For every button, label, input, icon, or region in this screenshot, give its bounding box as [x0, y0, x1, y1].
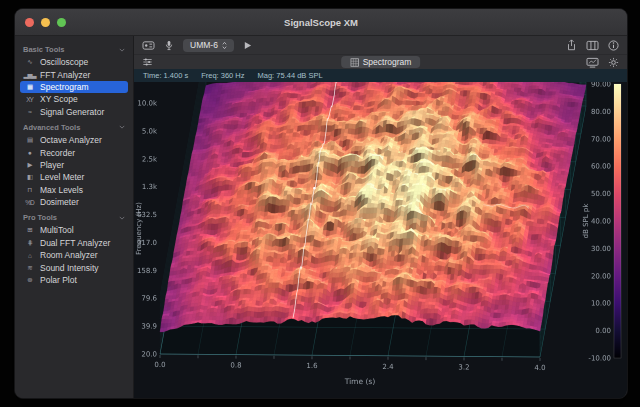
chevron-down-icon — [119, 125, 125, 129]
titlebar[interactable]: SignalScope XM — [15, 9, 627, 36]
sidebar-item-label: Oscilloscope — [40, 57, 88, 67]
sidebar: Basic Tools∿Oscilloscope▂▅▃FFT Analyzer▦… — [15, 36, 134, 398]
signal-generator-icon: ≈ — [23, 108, 36, 115]
dual-fft-icon: ⋕ — [23, 239, 36, 247]
sidebar-item-recorder[interactable]: ●Recorder — [20, 146, 128, 158]
sidebar-item-label: Sound Intensity — [40, 263, 99, 273]
polar-plot-icon: ⊛ — [23, 276, 36, 284]
close-button[interactable] — [25, 18, 34, 27]
cursor-readout-bar: Time: 1.400 s Freq: 360 Hz Mag: 75.44 dB… — [134, 69, 627, 82]
minimize-button[interactable] — [41, 18, 50, 27]
layout-button[interactable] — [586, 40, 599, 51]
spectrogram-icon: ▦ — [23, 83, 36, 91]
oscilloscope-icon: ∿ — [23, 58, 36, 66]
app-window: SignalScope XM Basic Tools∿Oscilloscope▂… — [14, 8, 628, 399]
sidebar-item-fft-analyzer[interactable]: ▂▅▃FFT Analyzer — [20, 68, 128, 80]
desktop: SignalScope XM Basic Tools∿Oscilloscope▂… — [0, 0, 640, 407]
spectrogram-tab-icon — [350, 58, 359, 67]
display-options-button[interactable] — [586, 57, 599, 68]
sidebar-item-max-levels[interactable]: ⊓Max Levels — [20, 184, 128, 196]
sidebar-item-label: Room Analyzer — [40, 250, 98, 260]
sidebar-item-label: Octave Analyzer — [40, 135, 102, 145]
sidebar-item-player[interactable]: ▶Player — [20, 159, 128, 171]
tab-label: Spectrogram — [363, 57, 412, 67]
sidebar-section-header-advanced-tools[interactable]: Advanced Tools — [20, 118, 128, 134]
sidebar-item-oscilloscope[interactable]: ∿Oscilloscope — [20, 56, 128, 68]
tab-spectrogram[interactable]: Spectrogram — [341, 56, 421, 68]
settings-button[interactable] — [608, 57, 619, 68]
sliders-button[interactable] — [142, 57, 153, 67]
sidebar-item-room-analyzer[interactable]: ⌂Room Analyzer — [20, 249, 128, 261]
sidebar-item-label: XY Scope — [40, 94, 78, 104]
info-button[interactable] — [608, 40, 619, 51]
sidebar-item-label: Dual FFT Analyzer — [40, 238, 110, 248]
sidebar-item-level-meter[interactable]: ▮▯Level Meter — [20, 171, 128, 183]
cursor-freq-readout: Freq: 360 Hz — [201, 71, 244, 80]
input-device-icon[interactable] — [142, 40, 155, 51]
sidebar-item-label: Player — [40, 160, 64, 170]
room-analyzer-icon: ⌂ — [23, 252, 36, 259]
sidebar-section-header-pro-tools[interactable]: Pro Tools — [20, 208, 128, 224]
sidebar-item-label: Dosimeter — [40, 197, 79, 207]
fft-analyzer-icon: ▂▅▃ — [23, 71, 36, 79]
input-select-button[interactable]: UMM-6 — [183, 39, 234, 52]
chevron-updown-icon — [222, 41, 227, 50]
share-button[interactable] — [566, 39, 577, 51]
multitool-icon: ⊞ — [23, 226, 36, 234]
sidebar-item-label: Spectrogram — [40, 82, 89, 92]
dosimeter-icon: %D — [23, 199, 36, 206]
play-button[interactable] — [243, 41, 252, 50]
sidebar-item-dual-fft-analyzer[interactable]: ⋕Dual FFT Analyzer — [20, 237, 128, 249]
plot-area — [134, 82, 627, 398]
sound-intensity-icon: ≋ — [23, 264, 36, 272]
max-levels-icon: ⊓ — [23, 186, 36, 194]
sidebar-item-spectrogram[interactable]: ▦Spectrogram — [20, 81, 128, 93]
sidebar-item-label: Level Meter — [40, 172, 84, 182]
chevron-down-icon — [119, 48, 125, 52]
sidebar-item-xy-scope[interactable]: XYXY Scope — [20, 93, 128, 105]
sidebar-item-label: Recorder — [40, 148, 75, 158]
sidebar-item-multitool[interactable]: ⊞MultiTool — [20, 224, 128, 236]
zoom-button[interactable] — [57, 18, 66, 27]
sidebar-item-label: FFT Analyzer — [40, 70, 90, 80]
view-toolbar: Spectrogram — [134, 54, 627, 69]
sidebar-section-title: Basic Tools — [23, 45, 65, 54]
sidebar-section-header-basic-tools[interactable]: Basic Tools — [20, 40, 128, 56]
spectrogram-3d-plot[interactable] — [134, 82, 624, 398]
sidebar-item-label: Signal Generator — [40, 107, 104, 117]
sidebar-item-octave-analyzer[interactable]: ▤Octave Analyzer — [20, 134, 128, 146]
sidebar-item-label: Polar Plot — [40, 275, 77, 285]
sidebar-section-title: Pro Tools — [23, 213, 57, 222]
chevron-down-icon — [119, 216, 125, 220]
window-title: SignalScope XM — [15, 17, 627, 28]
sidebar-item-dosimeter[interactable]: %DDosimeter — [20, 196, 128, 208]
level-meter-icon: ▮▯ — [23, 173, 36, 181]
main-toolbar: UMM-6 — [134, 36, 627, 54]
octave-analyzer-icon: ▤ — [23, 136, 36, 144]
main-panel: UMM-6 Spectrogram — [134, 36, 627, 398]
input-device-label: UMM-6 — [190, 40, 218, 50]
sidebar-item-label: Max Levels — [40, 185, 83, 195]
sidebar-item-signal-generator[interactable]: ≈Signal Generator — [20, 106, 128, 118]
sidebar-item-label: MultiTool — [40, 225, 74, 235]
cursor-time-readout: Time: 1.400 s — [143, 71, 188, 80]
traffic-lights — [25, 18, 66, 27]
player-icon: ▶ — [23, 161, 36, 169]
recorder-icon: ● — [23, 149, 36, 156]
xy-scope-icon: XY — [23, 96, 36, 103]
sidebar-section-title: Advanced Tools — [23, 123, 80, 132]
sidebar-item-sound-intensity[interactable]: ≋Sound Intensity — [20, 261, 128, 273]
microphone-icon[interactable] — [164, 40, 174, 51]
cursor-mag-readout: Mag: 75.44 dB SPL — [258, 71, 323, 80]
sidebar-item-polar-plot[interactable]: ⊛Polar Plot — [20, 274, 128, 286]
